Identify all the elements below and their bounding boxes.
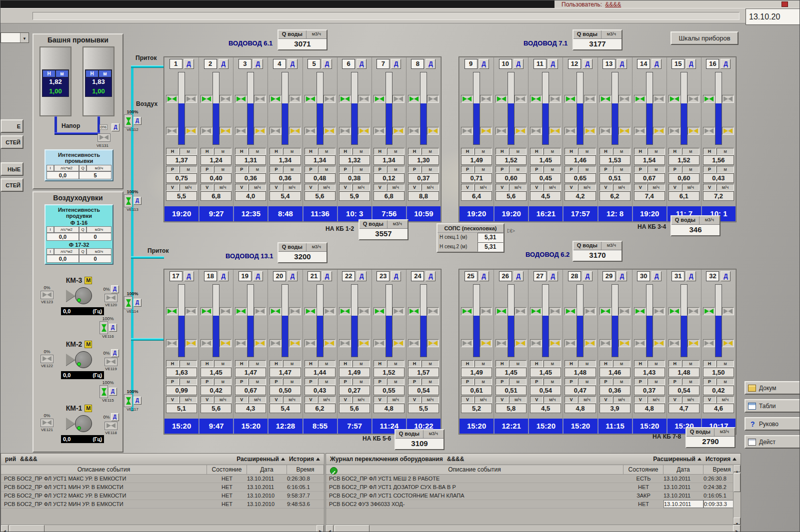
outlet-valve-icon[interactable] (220, 307, 232, 315)
drain-valve-icon[interactable] (339, 339, 351, 347)
wash-valve-icon[interactable] (427, 127, 439, 135)
inlet-valve-icon[interactable] (374, 307, 386, 315)
filter-d-button[interactable]: Д (548, 59, 558, 69)
inlet-valve-icon[interactable] (564, 307, 576, 315)
filter-d-button[interactable]: Д (617, 271, 627, 281)
inlet-valve-icon[interactable] (166, 95, 178, 103)
inlet-valve-icon[interactable] (461, 307, 473, 315)
valve-d-button[interactable]: Д (134, 197, 142, 205)
drain-valve-icon[interactable] (235, 339, 247, 347)
filter-d-button[interactable]: Д (426, 59, 436, 69)
wash-valve-icon[interactable] (618, 339, 630, 347)
event-row[interactable]: РСВ БОС2_ПР ФЛ УСТ1 ДОЗАТОР СУХ В-ВА В Р… (326, 483, 740, 492)
inlet-valve-icon[interactable] (600, 95, 612, 103)
drain-valve-icon[interactable] (668, 127, 680, 135)
expanded-toggle[interactable]: Расширенный (653, 456, 702, 463)
inlet-valve-icon[interactable] (166, 307, 178, 315)
discharge-valve-icon[interactable] (100, 321, 108, 334)
filter-d-button[interactable]: Д (184, 271, 194, 281)
left-edge-button[interactable]: СТЕЙ (0, 178, 24, 192)
wash-valve-icon[interactable] (514, 339, 526, 347)
valve-d-button[interactable]: Д (109, 388, 117, 396)
outlet-valve-icon[interactable] (480, 95, 492, 103)
valve-d-button[interactable]: Д (111, 285, 119, 293)
filter-d-button[interactable]: Д (548, 271, 558, 281)
scroll-left-icon[interactable] (1, 525, 8, 532)
filter-d-button[interactable]: Д (582, 59, 592, 69)
filter-d-button[interactable]: Д (514, 59, 524, 69)
wash-valve-icon[interactable] (185, 127, 197, 135)
horizontal-scrollbar[interactable] (1, 525, 324, 532)
left-edge-button[interactable]: Е (0, 119, 24, 133)
outlet-valve-icon[interactable] (289, 307, 301, 315)
outlet-valve-icon[interactable] (104, 422, 118, 430)
filter-d-button[interactable]: Д (356, 271, 366, 281)
wash-valve-icon[interactable] (480, 339, 492, 347)
filter-d-button[interactable]: Д (288, 59, 298, 69)
wash-valve-icon[interactable] (584, 339, 596, 347)
filter-d-button[interactable]: Д (322, 59, 332, 69)
inlet-valve-icon[interactable] (339, 95, 351, 103)
scroll-left-icon[interactable] (326, 525, 334, 532)
drain-valve-icon[interactable] (634, 127, 646, 135)
outlet-valve-icon[interactable] (358, 307, 370, 315)
discharge-valve-icon[interactable] (100, 385, 108, 398)
manual-mode-badge[interactable]: М (84, 405, 92, 412)
outlet-valve-icon[interactable] (324, 307, 336, 315)
wash-valve-icon[interactable] (185, 339, 197, 347)
drain-valve-icon[interactable] (374, 127, 386, 135)
drain-valve-icon[interactable] (668, 339, 680, 347)
outlet-valve-icon[interactable] (427, 307, 439, 315)
drain-valve-icon[interactable] (166, 127, 178, 135)
inlet-valve-icon[interactable] (496, 95, 508, 103)
drain-valve-icon[interactable] (703, 127, 715, 135)
event-row[interactable]: РСВ БОС2_ПР ФЛ УСТ1 СОСТОЯНИЕ МАГН КЛАПА… (326, 492, 740, 500)
motor-icon[interactable] (75, 351, 92, 368)
inlet-valve-icon[interactable] (200, 307, 212, 315)
side-button[interactable]: Докум (744, 381, 800, 395)
event-row[interactable]: РСВ БОС2_ПР ФЛ УСТ1 МАКС УР. В ЕМКОСТИ Н… (1, 475, 324, 483)
inlet-valve-icon[interactable] (496, 307, 508, 315)
filter-d-button[interactable]: Д (514, 271, 524, 281)
filter-d-button[interactable]: Д (356, 59, 366, 69)
wash-valve-icon[interactable] (289, 339, 301, 347)
valve-d-button[interactable]: Д (134, 397, 142, 405)
drain-valve-icon[interactable] (461, 127, 473, 135)
valve-d-button[interactable]: Д (111, 413, 119, 421)
drain-valve-icon[interactable] (374, 339, 386, 347)
inlet-valve-icon[interactable] (703, 95, 715, 103)
filter-d-button[interactable]: Д (652, 59, 662, 69)
drain-valve-icon[interactable] (530, 339, 542, 347)
filter-d-button[interactable]: Д (322, 271, 332, 281)
vertical-scrollbar[interactable] (733, 465, 740, 525)
wash-valve-icon[interactable] (688, 127, 700, 135)
outlet-valve-icon[interactable] (584, 307, 596, 315)
inlet-valve-icon[interactable] (40, 419, 54, 427)
filter-d-button[interactable]: Д (288, 271, 298, 281)
filter-d-button[interactable]: Д (652, 271, 662, 281)
filter-d-button[interactable]: Д (426, 271, 436, 281)
filter-d-button[interactable]: Д (391, 59, 401, 69)
scrollbar-thumb[interactable] (734, 473, 740, 492)
instrument-scales-button[interactable]: Шкалы приборов (670, 31, 738, 45)
outlet-valve-icon[interactable] (289, 95, 301, 103)
drain-valve-icon[interactable] (235, 127, 247, 135)
inlet-valve-icon[interactable] (235, 307, 247, 315)
outlet-valve-icon[interactable] (549, 95, 561, 103)
wash-valve-icon[interactable] (254, 339, 266, 347)
motor-icon[interactable] (75, 415, 92, 432)
pipe-valve-icon[interactable] (124, 296, 132, 309)
wash-valve-icon[interactable] (480, 127, 492, 135)
filter-d-button[interactable]: Д (720, 271, 730, 281)
drain-valve-icon[interactable] (634, 339, 646, 347)
valve-d-button[interactable]: Д (109, 324, 117, 332)
outlet-valve-icon[interactable] (514, 307, 526, 315)
side-button[interactable]: Табли (744, 399, 800, 413)
drain-valve-icon[interactable] (600, 127, 612, 135)
outlet-valve-icon[interactable] (653, 307, 665, 315)
wash-valve-icon[interactable] (254, 127, 266, 135)
filter-d-button[interactable]: Д (617, 59, 627, 69)
inlet-valve-icon[interactable] (530, 307, 542, 315)
filter-d-button[interactable]: Д (720, 59, 730, 69)
event-row[interactable]: РСВ БОС2_ПР ФЛ УСТ2 МИН УР. В ЕМКОСТИ НЕ… (1, 500, 324, 509)
